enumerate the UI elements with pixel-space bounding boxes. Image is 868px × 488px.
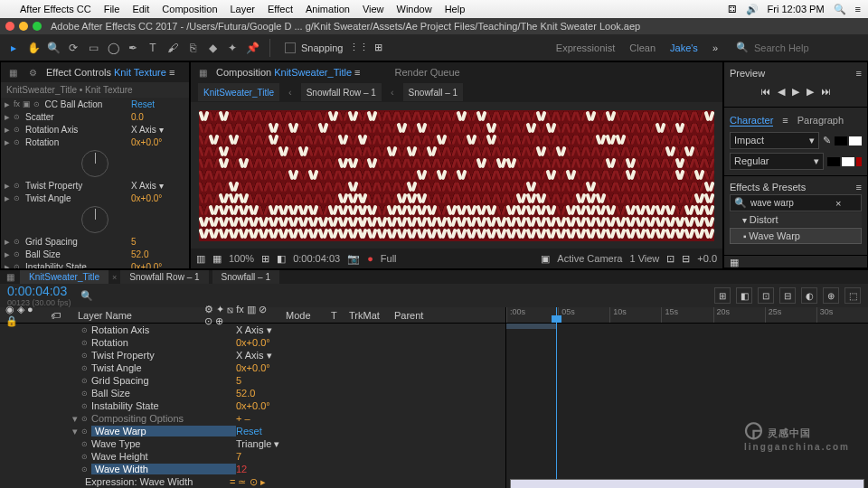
timeline-prop-twist-angle[interactable]: ⊙Twist Angle0x+0.0° (0, 361, 505, 374)
pen-tool-icon[interactable]: ✒ (125, 40, 141, 56)
work-area[interactable] (506, 324, 556, 329)
vf-icon-5[interactable]: ▣ (541, 253, 550, 265)
dial-twist-angle[interactable] (81, 206, 108, 233)
active-camera[interactable]: Active Camera (557, 253, 622, 264)
menu-help[interactable]: Help (445, 4, 466, 14)
rp-footer-icon[interactable]: ▦ (730, 257, 739, 267)
tl-opt-7-icon[interactable]: ⬚ (844, 287, 861, 304)
menu-composition[interactable]: Composition (162, 4, 217, 14)
effect-prop-twist-property[interactable]: ▸⊙Twist PropertyX Axis ▾ (1, 179, 189, 192)
preview-panel-title[interactable]: Preview (730, 68, 765, 79)
paragraph-tab[interactable]: Paragraph (797, 115, 844, 127)
puppet-tool-icon[interactable]: 📌 (244, 40, 260, 56)
character-tab[interactable]: Character (730, 115, 773, 127)
stroke-swatch[interactable] (849, 136, 862, 145)
timeline-prop-wave-width[interactable]: ⊙Wave Width12 (0, 463, 505, 475)
zoom-tool-icon[interactable]: 🔍 (45, 40, 61, 56)
vf-icon-6[interactable]: ⊡ (666, 253, 675, 265)
last-frame-icon[interactable]: ⏭ (821, 86, 831, 98)
help-search-input[interactable] (754, 42, 844, 53)
zoom-level[interactable]: 100% (229, 253, 254, 264)
app-name[interactable]: After Effects CC (20, 4, 91, 14)
timeline-timecode[interactable]: 0:00:04:03 (7, 284, 71, 298)
font-family-dropdown[interactable]: Impact▾ (730, 132, 819, 149)
char-menu-icon[interactable]: ≡ (782, 115, 788, 127)
timeline-prop-grid-spacing[interactable]: ⊙Grid Spacing5 (0, 374, 505, 387)
vf-icon-1[interactable]: ▥ (196, 253, 205, 265)
menu-edit[interactable]: Edit (132, 4, 149, 14)
snapshot-icon[interactable]: 📷 (347, 253, 360, 265)
clock[interactable]: Fri 12:03 PM (768, 4, 825, 15)
first-frame-icon[interactable]: ⏮ (760, 86, 770, 98)
menu-window[interactable]: Window (397, 4, 432, 14)
ellipse-tool-icon[interactable]: ◯ (105, 40, 121, 56)
menu-animation[interactable]: Animation (306, 4, 350, 14)
effect-controls-tab[interactable]: Effect Controls Knit Texture ≡ (46, 67, 175, 78)
tl-opt-5-icon[interactable]: ◐ (801, 287, 817, 304)
sw2[interactable] (842, 157, 854, 166)
timeline-tab-0[interactable]: KnitSweater_Title (20, 270, 108, 284)
clone-tool-icon[interactable]: ⎘ (184, 40, 201, 56)
menu-file[interactable]: File (104, 4, 120, 14)
play-icon[interactable]: ▶ (792, 86, 799, 98)
composition-tab[interactable]: Composition KnitSweater_Title ≡ (216, 67, 361, 78)
fill-swatch[interactable] (835, 136, 847, 145)
menu-layer[interactable]: Layer (231, 4, 256, 14)
render-queue-tab[interactable]: Render Queue (395, 67, 460, 78)
vf-icon-2[interactable]: ▦ (212, 253, 222, 265)
resolution[interactable]: Full (381, 253, 397, 264)
maximize-button[interactable] (33, 22, 42, 31)
exposure[interactable]: +0.0 (697, 253, 717, 264)
effect-prop-scatter[interactable]: ▸⊙Scatter0.0 (1, 110, 189, 123)
next-frame-icon[interactable]: ▶ (807, 86, 814, 98)
hand-tool-icon[interactable]: ✋ (25, 40, 42, 56)
timeline-prop-instability-state[interactable]: ⊙Instability State0x+0.0° (0, 399, 505, 412)
sw3[interactable] (856, 157, 862, 166)
menu-effect[interactable]: Effect (268, 4, 293, 14)
timeline-prop-twist-property[interactable]: ⊙Twist PropertyX Axis ▾ (0, 349, 505, 361)
preview-menu-icon[interactable]: ≡ (856, 68, 862, 79)
tl-opt-3-icon[interactable]: ⊡ (758, 287, 774, 304)
effects-presets-title[interactable]: Effects & Presets (730, 182, 806, 192)
timeline-tab-2[interactable]: Snowfall – 1 (212, 270, 279, 284)
timeline-prop-wave-type[interactable]: ⊙Wave TypeTriangle ▾ (0, 437, 505, 450)
effect-prop-rotation-axis[interactable]: ▸⊙Rotation AxisX Axis ▾ (1, 123, 189, 136)
current-time[interactable]: 0:00:04:03 (293, 253, 340, 264)
timeline-prop-wave-height[interactable]: ⊙Wave Height7 (0, 450, 505, 463)
type-tool-icon[interactable]: T (145, 40, 161, 56)
roto-tool-icon[interactable]: ✦ (224, 40, 241, 56)
workspace-jakes[interactable]: Jake's (670, 42, 698, 53)
eraser-tool-icon[interactable]: ◆ (204, 40, 221, 56)
close-button[interactable] (5, 22, 14, 31)
effect-prop-twist-angle[interactable]: ▸⊙Twist Angle0x+0.0° (1, 192, 189, 204)
timeline-prop-wave-warp[interactable]: ▾⊙Wave WarpReset (0, 425, 505, 437)
playhead[interactable] (556, 307, 557, 488)
crumb-1[interactable]: Snowfall Row – 1 (301, 83, 382, 101)
snap-opt2-icon[interactable]: ⊞ (374, 42, 382, 53)
dial-rotation[interactable] (81, 150, 108, 177)
vf-icon-4[interactable]: ◧ (277, 253, 286, 265)
tl-opt-1-icon[interactable]: ⊞ (714, 287, 731, 304)
project-tab-icon[interactable]: ▦ (6, 66, 19, 79)
workspace-expressionist[interactable]: Expressionist (556, 42, 615, 53)
crumb-0[interactable]: KnitSweater_Title (198, 83, 279, 101)
tl-icon[interactable]: ▦ (4, 271, 16, 284)
workspace-clean[interactable]: Clean (629, 42, 656, 53)
eyedropper-icon[interactable]: ✎ (823, 135, 831, 146)
vf-icon-3[interactable]: ⊞ (261, 253, 269, 265)
effect-prop-grid-spacing[interactable]: ▸⊙Grid Spacing5 (1, 235, 189, 248)
crumb-2[interactable]: Snowfall – 1 (403, 83, 463, 101)
timeline-graph[interactable]: :00s05s10s15s20s25s30s (506, 307, 868, 488)
effects-search-input[interactable] (750, 198, 832, 208)
composition-viewer[interactable] (191, 102, 722, 249)
channel-icon[interactable]: ● (367, 253, 373, 264)
timeline-prop-compositing-options[interactable]: ▾⊙Compositing Options+ – (0, 412, 505, 425)
wifi-icon[interactable]: ⚃ (728, 4, 737, 15)
ec-icon[interactable]: ⚙ (26, 66, 39, 79)
timeline-prop-ball-size[interactable]: ⊙Ball Size52.0 (0, 387, 505, 399)
effect-prop-cc-ball-action[interactable]: ▸fx ▣⊙CC Ball ActionReset (1, 98, 189, 110)
snapping-checkbox[interactable] (285, 42, 296, 53)
prev-frame-icon[interactable]: ◀ (778, 86, 785, 98)
timeline-prop-rotation-axis[interactable]: ⊙Rotation AxisX Axis ▾ (0, 324, 505, 336)
view-layout[interactable]: 1 View (629, 253, 659, 264)
